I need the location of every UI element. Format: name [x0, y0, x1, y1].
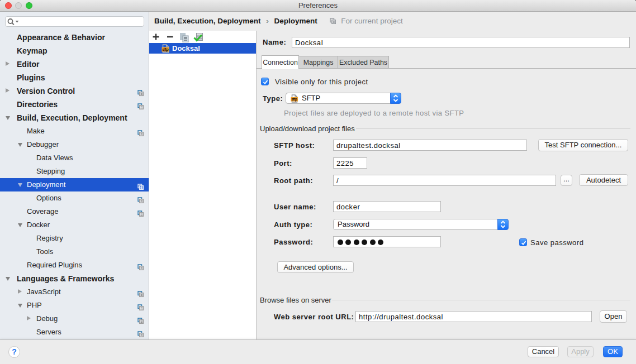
svg-text:sftp: sftp: [162, 47, 168, 52]
svg-text:sftp: sftp: [291, 97, 297, 102]
